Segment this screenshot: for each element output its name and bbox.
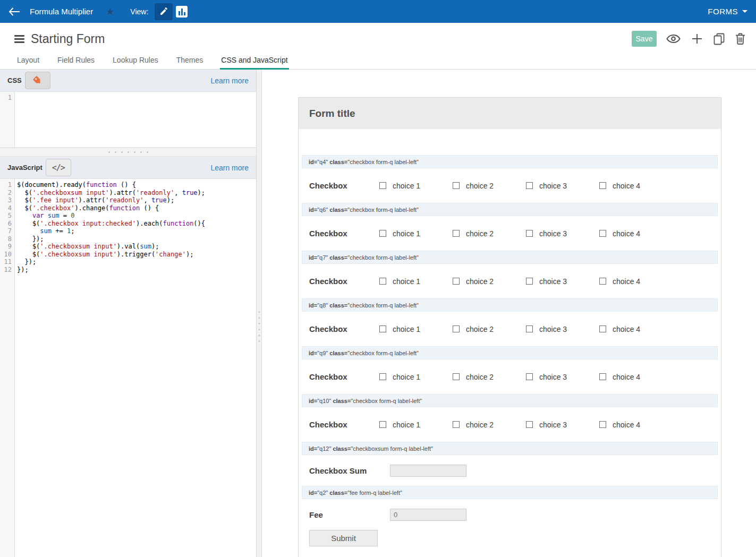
checkbox-box-icon[interactable] — [599, 325, 606, 332]
checkbox-choice[interactable]: choice 3 — [526, 325, 599, 333]
checkbox-choice[interactable]: choice 2 — [453, 277, 526, 286]
save-button[interactable]: Save — [632, 31, 657, 47]
checkbox-box-icon[interactable] — [453, 230, 460, 237]
js-panel-title: JavaScript — [7, 164, 43, 172]
checkbox-box-icon[interactable] — [379, 421, 386, 428]
checkbox-choice[interactable]: choice 4 — [599, 325, 673, 333]
field-row: Checkbox Sum — [302, 455, 718, 486]
checkbox-box-icon[interactable] — [379, 182, 386, 189]
star-favorite-icon[interactable]: ★ — [106, 7, 114, 16]
checkbox-choice[interactable]: choice 1 — [379, 421, 453, 429]
checkbox-box-icon[interactable] — [526, 373, 533, 380]
checkbox-box-icon[interactable] — [453, 421, 460, 428]
checkbox-box-icon[interactable] — [453, 278, 460, 285]
checkbox-box-icon[interactable] — [599, 230, 606, 237]
checkbox-box-icon[interactable] — [599, 373, 606, 380]
checkbox-choice[interactable]: choice 2 — [453, 229, 526, 238]
code-line: var sum = 0 — [17, 212, 256, 220]
tab-lookup-rules[interactable]: Lookup Rules — [112, 56, 159, 70]
page-title: Starting Form — [31, 32, 105, 46]
checkbox-box-icon[interactable] — [379, 230, 386, 237]
code-line: $('.checkbox').change(function () { — [17, 204, 256, 212]
checkbox-box-icon[interactable] — [599, 421, 606, 428]
back-arrow-icon[interactable] — [9, 5, 22, 19]
checkbox-choice[interactable]: choice 1 — [379, 373, 453, 381]
checkbox-choice[interactable]: choice 1 — [379, 182, 453, 190]
readonly-text-input[interactable]: 0 — [390, 509, 466, 521]
checkbox-box-icon[interactable] — [526, 278, 533, 285]
bar-chart-icon — [179, 8, 185, 15]
css-editor-code[interactable] — [15, 92, 256, 147]
checkbox-choice[interactable]: choice 3 — [526, 373, 599, 381]
line-number: 4 — [0, 204, 12, 212]
duplicate-button[interactable] — [712, 32, 726, 46]
panel-resize-handle[interactable] — [0, 148, 256, 157]
field-label: Checkbox Sum — [309, 466, 390, 475]
js-editor-code[interactable]: $(document).ready(function () { $('.chec… — [15, 179, 256, 557]
checkbox-box-icon[interactable] — [453, 373, 460, 380]
forms-dropdown[interactable]: FORMS — [708, 7, 747, 16]
js-code-editor[interactable]: 123456789101112 $(document).ready(functi… — [0, 179, 256, 557]
results-view-button[interactable] — [176, 6, 188, 18]
checkbox-box-icon[interactable] — [526, 421, 533, 428]
tab-themes[interactable]: Themes — [175, 56, 205, 70]
add-item-button[interactable] — [690, 32, 704, 46]
field-row: Checkboxchoice 1choice 2choice 3choice 4 — [302, 264, 718, 298]
tab-css-and-javascript[interactable]: CSS and JavaScript — [220, 56, 288, 70]
checkbox-choice[interactable]: choice 4 — [599, 421, 673, 429]
preview-button[interactable] — [665, 33, 682, 45]
checkbox-choice[interactable]: choice 3 — [526, 421, 599, 429]
split-resize-handle[interactable] — [256, 70, 262, 557]
checkbox-choice[interactable]: choice 2 — [453, 421, 526, 429]
checkbox-box-icon[interactable] — [379, 278, 386, 285]
checkbox-box-icon[interactable] — [379, 373, 386, 380]
checkbox-choice-label: choice 1 — [393, 229, 420, 238]
css-style-button[interactable] — [25, 72, 50, 89]
checkbox-choice[interactable]: choice 3 — [526, 182, 599, 190]
checkbox-box-icon[interactable] — [453, 325, 460, 332]
delete-button[interactable] — [734, 32, 746, 46]
checkbox-choice[interactable]: choice 4 — [599, 229, 673, 238]
checkbox-choice-label: choice 4 — [613, 325, 640, 333]
checkbox-choice[interactable]: choice 4 — [599, 182, 673, 190]
checkbox-box-icon[interactable] — [379, 325, 386, 332]
css-learn-more-link[interactable]: Learn more — [210, 76, 249, 85]
checkbox-choice[interactable]: choice 3 — [526, 229, 599, 238]
line-number: 9 — [0, 243, 12, 251]
checkbox-choice[interactable]: choice 4 — [599, 277, 673, 286]
field-attr-bar: id="q7" class="checkbox form-q label-lef… — [302, 251, 718, 264]
field-attr-bar: id="q8" class="checkbox form-q label-lef… — [302, 298, 718, 312]
field-row: Checkboxchoice 1choice 2choice 3choice 4 — [302, 312, 718, 346]
checkbox-choice[interactable]: choice 2 — [453, 373, 526, 381]
menu-hamburger-icon[interactable] — [14, 35, 24, 43]
checkbox-choice-label: choice 2 — [466, 325, 494, 333]
edit-view-button[interactable] — [155, 3, 173, 20]
checkbox-box-icon[interactable] — [453, 182, 460, 189]
header-actions: Save — [632, 31, 749, 47]
readonly-text-input[interactable] — [390, 465, 466, 477]
form-preview-panel: Form title id="q4" class="checkbox form-… — [262, 70, 756, 557]
checkbox-choice[interactable]: choice 4 — [599, 373, 673, 381]
submit-button[interactable]: Submit — [309, 530, 378, 546]
checkbox-box-icon[interactable] — [526, 230, 533, 237]
checkbox-box-icon[interactable] — [526, 182, 533, 189]
checkbox-choice[interactable]: choice 1 — [379, 229, 453, 238]
checkbox-box-icon[interactable] — [599, 182, 606, 189]
checkbox-choice[interactable]: choice 2 — [453, 182, 526, 190]
checkbox-choice-label: choice 2 — [466, 229, 494, 238]
js-learn-more-link[interactable]: Learn more — [210, 164, 249, 172]
tab-field-rules[interactable]: Field Rules — [56, 56, 96, 70]
checkbox-choice[interactable]: choice 1 — [379, 277, 453, 286]
tab-layout[interactable]: Layout — [16, 56, 40, 70]
js-code-button[interactable]: </> — [46, 159, 71, 176]
form-header: Starting Form Save — [0, 23, 756, 55]
checkbox-box-icon[interactable] — [526, 325, 533, 332]
line-number: 12 — [0, 266, 12, 274]
checkbox-choice[interactable]: choice 3 — [526, 277, 599, 286]
checkbox-choice[interactable]: choice 1 — [379, 325, 453, 333]
css-code-editor[interactable]: 1 — [0, 92, 256, 148]
checkbox-box-icon[interactable] — [599, 278, 606, 285]
copy-icon — [713, 33, 725, 45]
field-label: Checkbox — [309, 277, 379, 286]
checkbox-choice[interactable]: choice 2 — [453, 325, 526, 333]
